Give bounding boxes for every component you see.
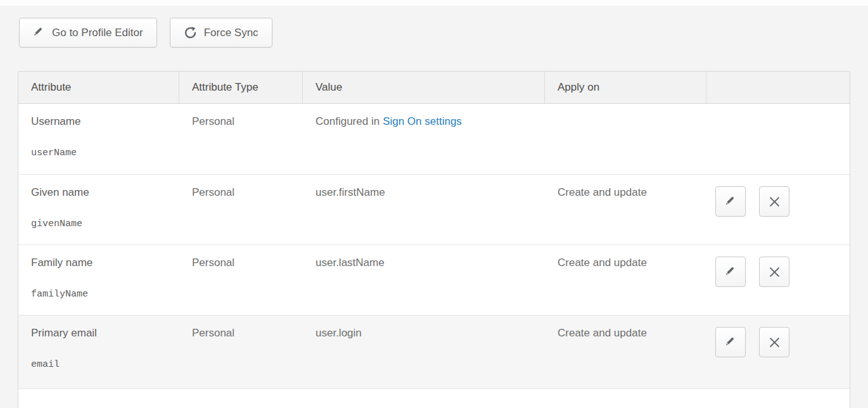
column-header-attribute-type: Attribute Type [179,72,303,103]
value-cell: user.lastName [303,245,545,315]
edit-attribute-button[interactable] [715,327,746,357]
attribute-variable-name: email [31,359,173,370]
table-row-given-name: Given name givenName Personal user.first… [18,175,850,245]
actions-cell [706,175,850,245]
attribute-type-cell: Personal [179,245,303,315]
edit-attribute-button[interactable] [715,257,746,287]
delete-attribute-button[interactable] [759,257,789,287]
attribute-variable-name: givenName [31,219,173,229]
attribute-cell: Given name givenName [18,175,179,245]
actions-cell [706,245,850,315]
table-header-row: Attribute Attribute Type Value Apply on [18,72,850,104]
column-header-value: Value [303,72,545,103]
attribute-label: Given name [31,186,173,199]
toolbar: Go to Profile Editor Force Sync [19,18,272,48]
sign-on-settings-link[interactable]: Sign On settings [383,115,462,127]
delete-attribute-button[interactable] [759,186,789,217]
apply-on-cell: Create and update [545,245,706,315]
table-row-primary-email: Primary email email Personal user.login … [18,316,850,389]
go-to-profile-editor-button[interactable]: Go to Profile Editor [19,18,157,48]
apply-on-cell: Create and update [545,316,706,388]
attribute-variable-name: userName [31,148,173,158]
attribute-variable-name: familyName [31,289,173,300]
attribute-label: Primary email [31,327,173,340]
actions-cell-empty [706,104,850,174]
value-text: Configured in [316,115,380,127]
attribute-type-cell: Personal [179,104,303,174]
delete-attribute-button[interactable] [759,327,789,357]
refresh-icon [184,26,197,39]
edit-attribute-button[interactable] [715,186,746,217]
attribute-cell: Family name familyName [18,245,179,315]
actions-cell [706,316,850,388]
pencil-icon [725,336,737,348]
attribute-label: Family name [31,257,173,269]
close-icon [769,267,780,277]
attribute-type-cell: Personal [179,316,303,388]
apply-on-cell [545,104,706,174]
table-empty-row [18,389,850,408]
attribute-cell: Primary email email [18,316,179,388]
attribute-mappings-table: Attribute Attribute Type Value Apply on … [18,71,850,408]
go-to-profile-editor-label: Go to Profile Editor [52,27,143,39]
attribute-type-cell: Personal [179,175,303,245]
close-icon [769,196,780,207]
pencil-icon [33,27,45,39]
attribute-label: Username [31,115,173,128]
pencil-icon [725,196,737,208]
value-cell: Configured inSign On settings [303,104,545,174]
force-sync-label: Force Sync [204,27,258,39]
close-icon [769,337,780,348]
table-row-username: Username userName Personal Configured in… [18,104,850,175]
column-header-actions [706,72,850,103]
apply-on-cell: Create and update [545,175,706,245]
force-sync-button[interactable]: Force Sync [170,18,272,48]
value-cell: user.firstName [303,175,545,245]
top-strip [0,0,868,6]
table-row-family-name: Family name familyName Personal user.las… [18,245,850,316]
value-cell: user.login [303,316,545,388]
column-header-apply-on: Apply on [545,72,706,103]
column-header-attribute: Attribute [18,72,179,103]
attribute-cell: Username userName [18,104,179,174]
pencil-icon [725,266,737,278]
